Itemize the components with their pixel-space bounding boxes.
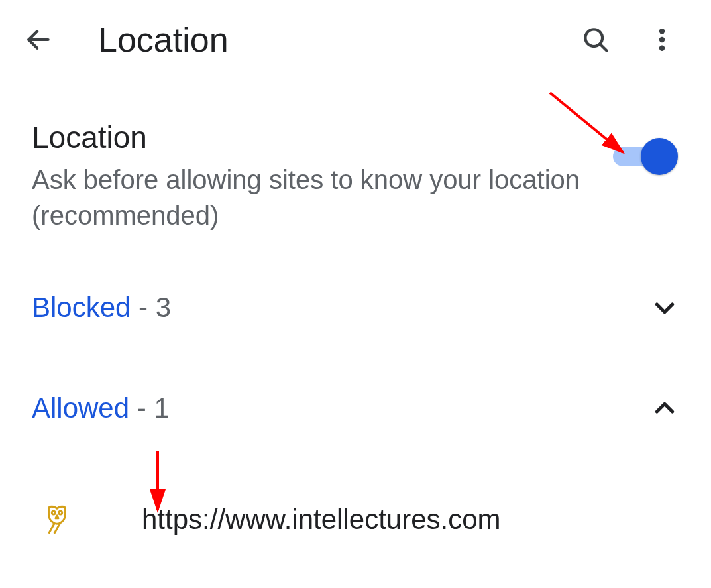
site-favicon — [38, 501, 76, 538]
chevron-up-icon — [650, 394, 679, 423]
blocked-label-text: Blocked — [32, 292, 131, 323]
svg-point-6 — [52, 511, 55, 514]
arrow-left-icon — [24, 25, 53, 54]
allowed-count: 1 — [154, 392, 169, 424]
allowed-site-row[interactable]: https://www.intellectures.com — [0, 456, 711, 557]
svg-line-8 — [49, 524, 54, 534]
site-url: https://www.intellectures.com — [142, 504, 501, 536]
blocked-label: Blocked - 3 — [32, 292, 171, 323]
setting-text: Location Ask before allowing sites to kn… — [32, 119, 613, 233]
location-toggle-row[interactable]: Location Ask before allowing sites to kn… — [0, 80, 711, 260]
owl-icon — [40, 503, 74, 536]
svg-point-5 — [659, 46, 665, 51]
more-button[interactable] — [629, 7, 695, 73]
setting-description: Ask before allowing sites to know your l… — [32, 162, 586, 233]
svg-point-7 — [59, 511, 62, 514]
toggle-thumb — [641, 138, 678, 175]
location-toggle[interactable] — [613, 138, 679, 175]
svg-point-3 — [659, 29, 665, 34]
allowed-label-text: Allowed — [32, 392, 129, 424]
blocked-section-row[interactable]: Blocked - 3 — [0, 260, 711, 355]
search-button[interactable] — [563, 7, 629, 73]
page-title: Location — [98, 20, 563, 60]
search-icon — [581, 25, 610, 54]
chevron-down-icon — [650, 293, 679, 322]
svg-line-2 — [600, 44, 606, 50]
more-vertical-icon — [647, 25, 677, 54]
svg-line-9 — [54, 524, 60, 534]
allowed-section-row[interactable]: Allowed - 1 — [0, 355, 711, 456]
blocked-count: 3 — [156, 292, 171, 323]
appbar: Location — [0, 0, 711, 80]
setting-title: Location — [32, 119, 586, 155]
allowed-label: Allowed - 1 — [32, 392, 170, 424]
svg-point-4 — [659, 37, 665, 42]
back-button[interactable] — [5, 7, 72, 73]
